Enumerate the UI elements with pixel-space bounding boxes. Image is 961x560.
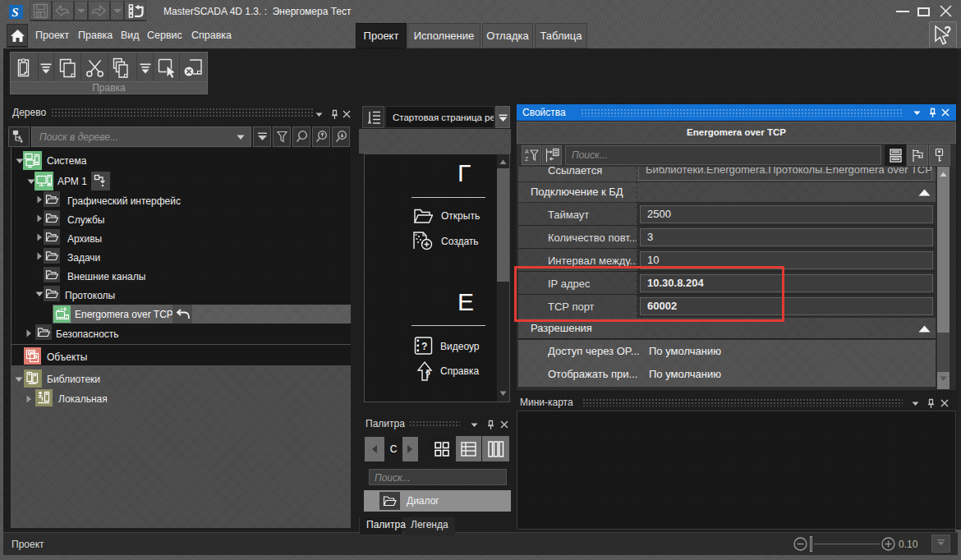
svg-text:Z: Z — [525, 156, 529, 162]
svg-text:2: 2 — [65, 314, 67, 319]
svg-text:?: ? — [425, 370, 431, 379]
svg-text:A: A — [525, 149, 529, 154]
svg-text:S: S — [11, 6, 18, 19]
svg-text:?: ? — [421, 341, 427, 352]
